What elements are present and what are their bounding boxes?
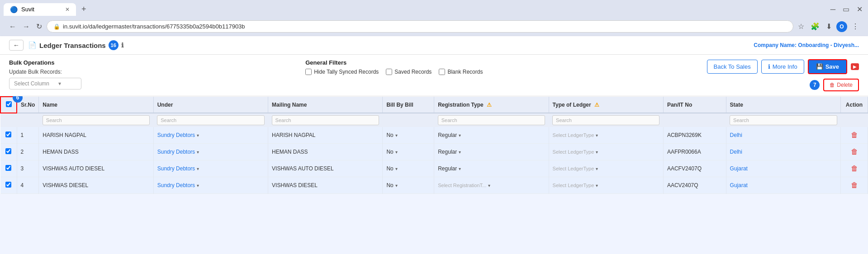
bill-dropdown-arrow[interactable]: ▾ [395,183,398,188]
row-registration-type: Select RegistrationT... ▾ [434,177,549,194]
filter-blank-records[interactable]: Blank Records [439,69,483,75]
state-search-input[interactable] [730,115,837,125]
under-dropdown-arrow[interactable]: ▾ [197,166,199,171]
tab-close-button[interactable]: ✕ [65,6,70,13]
youtube-icon[interactable]: ▶ [851,63,859,70]
row-checkbox[interactable] [5,132,11,137]
row-delete-button[interactable]: 🗑 [848,130,861,140]
ledger-type-value: Select LedgerType [553,132,594,138]
company-name: Company Name: Onboarding - Divyesh... [754,42,859,48]
warning-icon: ⚠ [487,102,492,108]
info-icon[interactable]: ℹ [121,42,123,49]
ledger-dropdown-arrow[interactable]: ▾ [596,133,598,138]
address-bar[interactable]: 🔒 in.suvit.io/da/ledgermaster/transactio… [47,20,793,33]
maximize-button[interactable]: ▭ [841,3,851,15]
saved-records-checkbox[interactable] [386,69,392,75]
app-back-button[interactable]: ← [9,40,24,51]
row-checkbox-cell[interactable] [0,144,17,160]
search-state-col[interactable] [726,113,840,127]
search-mailing-col[interactable] [268,113,383,127]
search-under-col[interactable] [153,113,268,127]
new-tab-button[interactable]: + [78,3,90,16]
under-dropdown-arrow[interactable]: ▾ [197,183,199,188]
search-ledger-col[interactable] [549,113,663,127]
filter-hide-tally[interactable]: Hide Tally Synced Records [305,69,379,75]
forward-nav-button[interactable]: → [21,21,32,33]
col-state: State [726,97,840,113]
bill-by-bill-value: No [386,132,393,138]
reg-dropdown-arrow[interactable]: ▾ [459,166,461,171]
col-under: Under [153,97,268,113]
under-dropdown-arrow[interactable]: ▾ [197,150,199,155]
name-search-input[interactable] [43,115,150,125]
row-state: Delhi [726,144,840,160]
save-button[interactable]: 💾 Save [808,59,847,74]
app-header: ← 📄 Ledger Transactions 16 ℹ Company Nam… [0,36,868,55]
ledger-dropdown-arrow[interactable]: ▾ [596,166,598,171]
bill-dropdown-arrow[interactable]: ▾ [395,150,398,155]
active-tab[interactable]: 🔵 Suvit ✕ [4,3,76,16]
reg-dropdown-arrow[interactable]: ▾ [488,183,490,188]
ledger-table: 6 Sr.No Name Under Mailing Name Bill By … [0,96,868,194]
row-name: VISHWAS AUTO DIESEL [39,160,153,177]
reg-dropdown-arrow[interactable]: ▾ [459,150,461,155]
row-action: 🗑 [841,177,868,194]
row-state: Gujarat [726,177,840,194]
search-name-col[interactable] [39,113,153,127]
row-checkbox[interactable] [5,182,11,188]
back-nav-button[interactable]: ← [7,21,18,33]
profile-button[interactable]: O [836,21,847,32]
minimize-button[interactable]: ─ [829,4,837,15]
delete-button[interactable]: 🗑 Delete [823,79,859,91]
bill-by-bill-value: No [386,149,393,155]
close-window-button[interactable]: ✕ [855,3,864,15]
back-to-sales-button[interactable]: Back To Sales [707,60,758,74]
mailing-search-input[interactable] [272,115,379,125]
bill-by-bill-value: No [386,182,393,188]
bill-dropdown-arrow[interactable]: ▾ [395,133,398,138]
row-registration-type: Regular ▾ [434,127,549,144]
under-search-input[interactable] [157,115,264,125]
extensions-button[interactable]: 🧩 [809,20,821,33]
row-action: 🗑 [841,127,868,144]
under-link[interactable]: Sundry Debtors [157,149,195,155]
under-link[interactable]: Sundry Debtors [157,132,195,138]
bill-dropdown-arrow[interactable]: ▾ [395,166,398,171]
row-delete-button[interactable]: 🗑 [848,147,861,157]
registration-search-input[interactable] [438,115,545,125]
row-registration-type: Regular ▾ [434,144,549,160]
row-checkbox-cell[interactable] [0,177,17,194]
ledger-dropdown-arrow[interactable]: ▾ [596,150,598,155]
under-link[interactable]: Sundry Debtors [157,182,195,188]
under-dropdown-arrow[interactable]: ▾ [197,133,199,138]
bookmark-button[interactable]: ☆ [796,20,806,33]
row-srno: 2 [17,144,39,160]
blank-records-checkbox[interactable] [439,69,445,75]
search-reg-col[interactable] [434,113,549,127]
row-checkbox[interactable] [5,165,11,171]
select-all-header[interactable]: 6 [0,97,17,113]
row-mailing-name: VISHWAS AUTO DIESEL [268,160,383,177]
row-delete-button[interactable]: 🗑 [848,164,861,174]
reload-button[interactable]: ↻ [34,20,44,33]
under-link[interactable]: Sundry Debtors [157,165,195,172]
menu-button[interactable]: ⋮ [850,20,861,33]
hide-tally-checkbox[interactable] [305,69,312,75]
row-delete-button[interactable]: 🗑 [848,180,861,190]
select-all-checkbox[interactable] [6,101,12,107]
ledger-type-search-input[interactable] [552,115,659,125]
reg-dropdown-arrow[interactable]: ▾ [459,133,461,138]
registration-type-value: Regular [438,132,457,138]
more-info-button[interactable]: ℹ More Info [761,60,804,74]
select-column-dropdown[interactable]: Select Column ▾ [9,78,81,89]
download-button[interactable]: ⬇ [824,20,834,33]
filter-saved-records[interactable]: Saved Records [386,69,432,75]
row-checkbox-cell[interactable] [0,160,17,177]
browser-chrome: 🔵 Suvit ✕ + ─ ▭ ✕ ← → ↻ 🔒 in.suvit.io/da… [0,0,868,36]
row-checkbox[interactable] [5,148,11,154]
row-bill-by-bill: No ▾ [383,127,434,144]
row-mailing-name: HEMAN DASS [268,144,383,160]
ledger-dropdown-arrow[interactable]: ▾ [596,183,598,188]
row-checkbox-cell[interactable] [0,127,17,144]
state-value: Delhi [730,132,742,138]
